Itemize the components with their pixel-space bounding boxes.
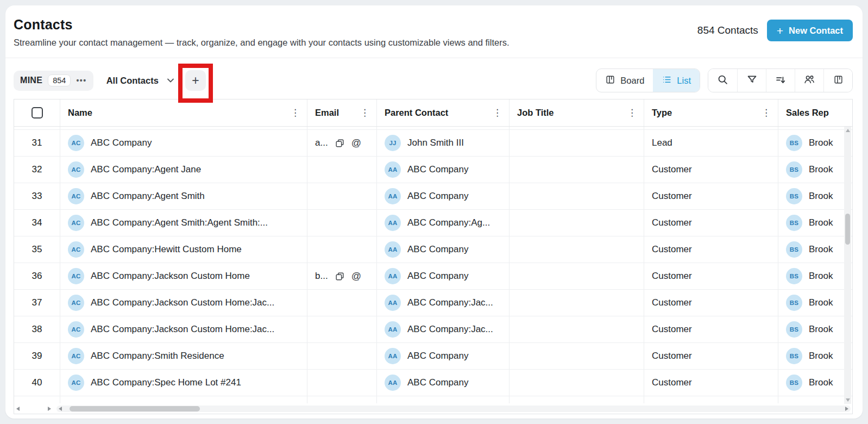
table-row[interactable]: 35ACABC Company:Hewitt Custom HomeAAABC …	[14, 236, 852, 263]
table-row[interactable]: 34ACABC Company:Agent Smith:Agent Smith:…	[14, 210, 852, 236]
parent-contact-cell[interactable]: AAABC Company	[377, 183, 510, 209]
job-title-cell[interactable]	[510, 236, 644, 263]
new-contact-button[interactable]: + New Contact	[767, 20, 853, 41]
scroll-down-icon[interactable]	[846, 398, 850, 402]
column-menu-icon[interactable]: ⋮	[626, 107, 638, 119]
sales-rep-cell[interactable]: BSBrook	[778, 210, 852, 236]
name-cell[interactable]: ACABC Company:Jackson Custom Home:Jac...	[60, 316, 307, 342]
parent-contact-cell[interactable]: JJJohn Smith III	[377, 130, 510, 156]
vertical-scroll-thumb[interactable]	[845, 214, 850, 245]
name-cell[interactable]: ACABC Company:Jackson Custom Home:Jac...	[60, 290, 307, 316]
sales-rep-cell[interactable]: BSBrook	[778, 183, 852, 209]
job-title-cell[interactable]	[510, 316, 644, 342]
scroll-right-icon[interactable]	[48, 407, 51, 411]
name-cell[interactable]: ACABC Company	[60, 130, 307, 156]
column-header-email[interactable]: Email⋮	[307, 99, 377, 126]
chevron-down-icon[interactable]	[165, 75, 176, 86]
column-header-type[interactable]: Type⋮	[644, 99, 778, 126]
sales-rep-cell[interactable]: BSBrook	[778, 157, 852, 183]
view-selector-label[interactable]: All Contacts	[106, 76, 159, 86]
vertical-scrollbar[interactable]	[844, 127, 851, 404]
type-cell[interactable]: Customer	[644, 183, 778, 209]
name-cell[interactable]: ACABC Company:Smith Residence	[60, 343, 307, 369]
columns-button[interactable]	[823, 69, 852, 92]
column-header-job-title[interactable]: Job Title⋮	[510, 99, 644, 126]
type-cell[interactable]: Customer	[644, 236, 778, 263]
parent-contact-cell[interactable]: AAABC Company	[377, 343, 510, 369]
table-row[interactable]: 39ACABC Company:Smith ResidenceAAABC Com…	[14, 343, 852, 370]
job-title-cell[interactable]	[510, 343, 644, 369]
list-view-button[interactable]: List	[653, 69, 700, 92]
column-header-sales-rep[interactable]: Sales Rep	[778, 99, 852, 126]
job-title-cell[interactable]	[510, 290, 644, 316]
search-button[interactable]	[708, 69, 737, 92]
name-cell[interactable]: ACABC Company:Spec Home Lot #241	[60, 370, 307, 396]
type-cell[interactable]: Customer	[644, 316, 778, 342]
sales-rep-cell[interactable]: BSBrook	[778, 370, 852, 396]
name-cell[interactable]: ACABC Company:Agent Smith:Agent Smith:..…	[60, 210, 307, 236]
job-title-cell[interactable]	[510, 183, 644, 209]
team-button[interactable]	[795, 69, 823, 92]
type-cell[interactable]: Customer	[644, 263, 778, 289]
email-cell[interactable]	[307, 210, 377, 236]
frozen-columns-scrollbar[interactable]	[14, 406, 53, 412]
parent-contact-cell[interactable]: AAABC Company	[377, 157, 510, 183]
email-cell[interactable]	[307, 316, 377, 342]
email-cell[interactable]	[307, 157, 377, 183]
scroll-right-icon[interactable]	[845, 407, 848, 411]
column-menu-icon[interactable]: ⋮	[289, 107, 301, 119]
email-cell[interactable]	[307, 183, 377, 209]
filter-button[interactable]	[737, 69, 766, 92]
type-cell[interactable]: Customer	[644, 290, 778, 316]
copy-icon[interactable]	[335, 138, 345, 148]
at-icon[interactable]: @	[351, 271, 361, 282]
email-cell[interactable]	[307, 290, 377, 316]
table-row[interactable]: 38ACABC Company:Jackson Custom Home:Jac.…	[14, 316, 852, 343]
type-cell[interactable]: Customer	[644, 370, 778, 396]
sort-button[interactable]	[766, 69, 795, 92]
table-row[interactable]: 37ACABC Company:Jackson Custom Home:Jac.…	[14, 290, 852, 316]
parent-contact-cell[interactable]: AAABC Company	[377, 236, 510, 263]
name-cell[interactable]: ACABC Company:Hewitt Custom Home	[60, 236, 307, 263]
job-title-cell[interactable]	[510, 130, 644, 156]
email-cell[interactable]	[307, 370, 377, 396]
email-cell[interactable]: b...@	[307, 263, 377, 289]
horizontal-scroll-thumb[interactable]	[70, 406, 200, 411]
job-title-cell[interactable]	[510, 370, 644, 396]
email-cell[interactable]	[307, 343, 377, 369]
sales-rep-cell[interactable]: BSBrook	[778, 236, 852, 263]
job-title-cell[interactable]	[510, 210, 644, 236]
copy-icon[interactable]	[335, 271, 345, 282]
table-row[interactable]: 32ACABC Company:Agent JaneAAABC CompanyC…	[14, 157, 852, 183]
type-cell[interactable]: Lead	[644, 130, 778, 156]
type-cell[interactable]: Customer	[644, 157, 778, 183]
column-header-name[interactable]: Name⋮	[60, 99, 307, 126]
column-menu-icon[interactable]: ⋮	[760, 107, 772, 119]
board-view-button[interactable]: Board	[596, 69, 653, 92]
parent-contact-cell[interactable]: AAABC Company	[377, 263, 510, 289]
parent-contact-cell[interactable]: AAABC Company	[377, 370, 510, 396]
at-icon[interactable]: @	[351, 138, 361, 149]
table-row[interactable]: 31ACABC Companya...@JJJohn Smith IIILead…	[14, 130, 852, 157]
table-row[interactable]: 33ACABC Company:Agent SmithAAABC Company…	[14, 183, 852, 210]
more-options-icon[interactable]: •••	[76, 76, 86, 85]
sales-rep-cell[interactable]: BSBrook	[778, 343, 852, 369]
name-cell[interactable]: ACABC Company:Agent Smith	[60, 183, 307, 209]
select-all-checkbox[interactable]	[32, 107, 43, 119]
email-cell[interactable]	[307, 236, 377, 263]
sales-rep-cell[interactable]: BSBrook	[778, 263, 852, 289]
add-view-button[interactable]: +	[185, 70, 206, 91]
parent-contact-cell[interactable]: AAABC Company:Jac...	[377, 316, 510, 342]
column-header-parent-contact[interactable]: Parent Contact⋮	[377, 99, 510, 126]
name-cell[interactable]: ACABC Company:Jackson Custom Home	[60, 263, 307, 289]
table-row[interactable]: 36ACABC Company:Jackson Custom Homeb...@…	[14, 263, 852, 290]
sales-rep-cell[interactable]: BSBrook	[778, 316, 852, 342]
scroll-left-icon[interactable]	[59, 407, 62, 411]
sales-rep-cell[interactable]: BSBrook	[778, 290, 852, 316]
column-menu-icon[interactable]: ⋮	[358, 107, 371, 119]
email-cell[interactable]: a...@	[307, 130, 377, 156]
main-horizontal-scrollbar[interactable]	[56, 406, 851, 412]
scroll-left-icon[interactable]	[16, 407, 20, 411]
type-cell[interactable]: Customer	[644, 210, 778, 236]
job-title-cell[interactable]	[510, 157, 644, 183]
